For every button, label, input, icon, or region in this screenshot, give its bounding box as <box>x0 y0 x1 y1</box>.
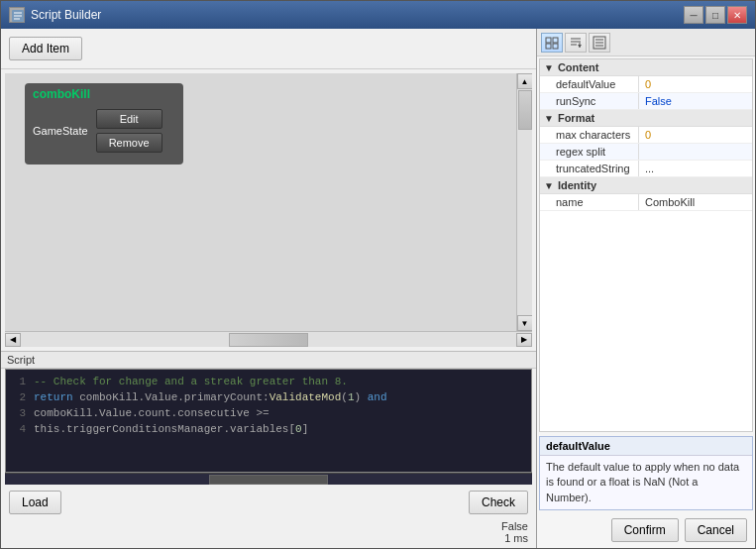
prop-regexsplit: regex split <box>540 144 752 161</box>
info-text: The default value to apply when no data … <box>540 456 752 509</box>
code-editor[interactable]: 1 -- Check for change and a streak great… <box>5 369 532 473</box>
vscroll-thumb[interactable] <box>518 90 532 130</box>
prop-defaultvalue-name: defaultValue <box>540 76 639 92</box>
window-title: Script Builder <box>31 8 684 22</box>
code-scroll-thumb[interactable] <box>209 475 328 485</box>
canvas-wrapper: comboKill GameState Edit Remove <box>5 73 532 347</box>
canvas-hscroll[interactable]: ◀ ▶ <box>5 331 532 347</box>
add-item-button[interactable]: Add Item <box>9 37 82 60</box>
result-ms: 1 ms <box>501 532 528 544</box>
node-body: GameState Edit Remove <box>25 105 183 157</box>
prop-maxchars: max characters 0 <box>540 127 752 144</box>
code-line-4: 4 this.triggerConditionsManager.variable… <box>10 421 527 437</box>
info-title: defaultValue <box>540 437 752 456</box>
svg-rect-5 <box>553 38 558 43</box>
vscroll-up[interactable]: ▲ <box>517 73 533 89</box>
confirm-button[interactable]: Confirm <box>611 518 679 542</box>
main-content: Add Item comboKill GameState Edit <box>1 29 755 548</box>
hscroll-thumb[interactable] <box>229 333 308 347</box>
code-text-4: this.triggerConditionsManager.variables[… <box>34 421 308 437</box>
window-controls: ─ □ ✕ <box>684 6 747 24</box>
prop-runsync-name: runSync <box>540 93 639 109</box>
node-block: comboKill GameState Edit Remove <box>25 83 183 165</box>
info-panel: defaultValue The default value to apply … <box>539 436 753 510</box>
check-button[interactable]: Check <box>469 491 528 514</box>
svg-rect-7 <box>553 44 558 49</box>
maximize-button[interactable]: □ <box>705 6 725 24</box>
main-window: Script Builder ─ □ ✕ Add Item comboKill <box>0 0 756 549</box>
svg-marker-12 <box>578 45 582 48</box>
code-line-3: 3 comboKill.Value.count.consecutive >= <box>10 405 527 421</box>
section-identity-title: Identity <box>558 179 596 191</box>
prop-name-name: name <box>540 194 639 210</box>
sort-icon[interactable] <box>565 33 587 53</box>
code-text-3: comboKill.Value.count.consecutive >= <box>34 405 270 421</box>
left-panel: Add Item comboKill GameState Edit <box>1 29 537 548</box>
code-line-1: 1 -- Check for change and a streak great… <box>10 374 527 389</box>
right-bottom-buttons: Confirm Cancel <box>537 512 755 548</box>
window-icon <box>9 7 25 23</box>
result-false: False <box>501 520 528 532</box>
prop-truncated-value[interactable]: ... <box>639 161 752 176</box>
remove-button[interactable]: Remove <box>96 133 162 153</box>
edit-button[interactable]: Edit <box>96 109 162 129</box>
svg-rect-4 <box>546 38 551 43</box>
section-format[interactable]: ▼ Format <box>540 110 752 127</box>
bottom-buttons: Load Check <box>1 485 536 520</box>
section-identity-arrow: ▼ <box>544 180 554 191</box>
svg-rect-6 <box>546 44 551 49</box>
hscroll-right[interactable]: ▶ <box>516 333 532 347</box>
properties-icon[interactable] <box>541 33 563 53</box>
section-content[interactable]: ▼ Content <box>540 59 752 76</box>
prop-name: name ComboKill <box>540 194 752 211</box>
title-bar: Script Builder ─ □ ✕ <box>1 1 755 29</box>
code-line-2: 2 return comboKill.Value.primaryCount:Va… <box>10 389 527 405</box>
code-hscroll[interactable] <box>5 473 532 485</box>
result-area: False 1 ms <box>1 520 536 548</box>
vscroll-down[interactable]: ▼ <box>517 315 533 331</box>
filter-icon[interactable] <box>589 33 610 53</box>
prop-regexsplit-name: regex split <box>540 144 639 160</box>
script-label: Script <box>1 352 536 369</box>
section-format-title: Format <box>558 112 594 124</box>
section-identity[interactable]: ▼ Identity <box>540 177 752 194</box>
line-num-2: 2 <box>10 389 26 405</box>
toolbar: Add Item <box>1 29 536 69</box>
cancel-button[interactable]: Cancel <box>685 518 747 542</box>
prop-name-value[interactable]: ComboKill <box>639 194 752 210</box>
section-content-arrow: ▼ <box>544 62 554 73</box>
prop-truncated-name: truncatedString <box>540 161 639 176</box>
canvas-inner: comboKill GameState Edit Remove <box>5 73 532 331</box>
canvas-background: comboKill GameState Edit Remove <box>5 73 516 331</box>
prop-runsync: runSync False <box>540 93 752 110</box>
node-label: GameState <box>33 125 88 137</box>
properties-tree: ▼ Content defaultValue 0 runSync False ▼… <box>539 58 753 432</box>
canvas-vscroll[interactable]: ▲ ▼ <box>516 73 532 331</box>
section-format-arrow: ▼ <box>544 113 554 124</box>
node-title: comboKill <box>25 83 183 105</box>
code-text-2: return comboKill.Value.primaryCount:Vali… <box>34 389 387 405</box>
right-panel: ▼ Content defaultValue 0 runSync False ▼… <box>537 29 755 548</box>
hscroll-left[interactable]: ◀ <box>5 333 21 347</box>
prop-maxchars-name: max characters <box>540 127 639 143</box>
prop-maxchars-value[interactable]: 0 <box>639 127 752 143</box>
line-num-3: 3 <box>10 405 26 421</box>
prop-defaultvalue-value[interactable]: 0 <box>639 76 752 92</box>
prop-regexsplit-value[interactable] <box>639 144 752 160</box>
section-content-title: Content <box>558 61 599 73</box>
line-num-1: 1 <box>10 374 26 389</box>
prop-runsync-value[interactable]: False <box>639 93 752 109</box>
close-button[interactable]: ✕ <box>727 6 747 24</box>
prop-truncated: truncatedString ... <box>540 161 752 177</box>
minimize-button[interactable]: ─ <box>684 6 703 24</box>
right-toolbar <box>537 29 755 56</box>
code-text-1: -- Check for change and a streak greater… <box>34 374 348 389</box>
node-buttons: Edit Remove <box>96 109 162 153</box>
prop-defaultvalue: defaultValue 0 <box>540 76 752 93</box>
line-num-4: 4 <box>10 421 26 437</box>
load-button[interactable]: Load <box>9 491 61 514</box>
bottom-section: Script 1 -- Check for change and a strea… <box>1 351 536 548</box>
